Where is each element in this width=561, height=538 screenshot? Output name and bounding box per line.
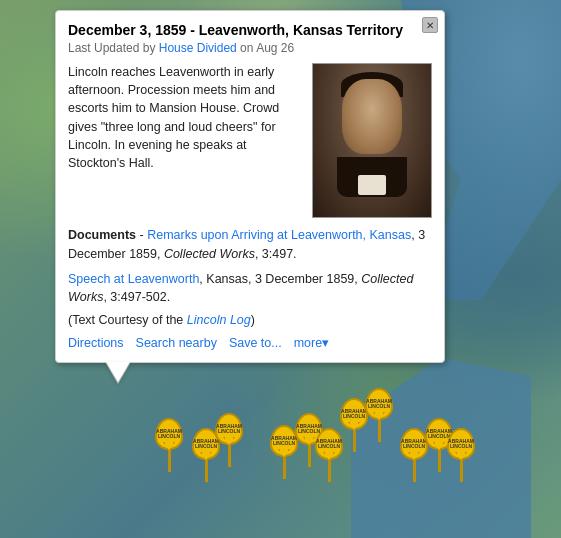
info-popup: ✕ December 3, 1859 - Leavenworth, Kansas… xyxy=(55,10,445,363)
portrait-shirt xyxy=(358,175,386,195)
lincoln-image xyxy=(312,63,432,218)
popup-body-text: Lincoln reaches Leavenworth in early aft… xyxy=(68,63,302,218)
doc2-link[interactable]: Speech at Leavenworth xyxy=(68,272,199,286)
doc1-pages: , 3:497. xyxy=(255,247,297,261)
documents-label: Documents xyxy=(68,228,136,242)
house-divided-link[interactable]: House Divided xyxy=(159,41,237,55)
close-button[interactable]: ✕ xyxy=(422,17,438,33)
popup-title: December 3, 1859 - Leavenworth, Kansas T… xyxy=(68,21,412,39)
doc2-suffix: , Kansas, 3 December 1859, xyxy=(199,272,361,286)
last-updated-suffix: on Aug 26 xyxy=(237,41,294,55)
map-pin-1[interactable]: ABRAHAM LINCOLN xyxy=(155,418,183,472)
doc1-link[interactable]: Remarks upon Arriving at Leavenworth, Ka… xyxy=(147,228,411,242)
lincoln-log-link[interactable]: Lincoln Log xyxy=(187,313,251,327)
doc2-pages: , 3:497-502. xyxy=(103,290,170,304)
popup-tail xyxy=(106,362,130,382)
lincoln-portrait xyxy=(313,64,431,217)
popup-documents: Documents - Remarks upon Arriving at Lea… xyxy=(68,226,432,264)
popup-extra-doc: Speech at Leavenworth, Kansas, 3 Decembe… xyxy=(68,270,432,308)
portrait-face xyxy=(342,79,402,154)
map-pin-3[interactable]: ABRAHAM LINCOLN xyxy=(215,413,243,467)
search-nearby-link[interactable]: Search nearby xyxy=(136,336,217,350)
popup-actions: Directions Search nearby Save to... more… xyxy=(68,335,432,350)
courtesy-prefix: (Text Courtesy of the xyxy=(68,313,187,327)
doc1-work: Collected Works xyxy=(164,247,255,261)
map-pin-11[interactable]: ABRAHAM LINCOLN xyxy=(447,428,475,482)
map-pin-8[interactable]: ABRAHAM LINCOLN xyxy=(365,388,393,442)
last-updated-prefix: Last Updated by xyxy=(68,41,159,55)
map-pin-6[interactable]: ABRAHAM LINCOLN xyxy=(315,428,343,482)
popup-courtesy: (Text Courtesy of the Lincoln Log) xyxy=(68,313,432,327)
documents-dash: - xyxy=(136,228,147,242)
popup-subtitle: Last Updated by House Divided on Aug 26 xyxy=(68,41,432,55)
more-link[interactable]: more▾ xyxy=(294,335,329,350)
save-to-link[interactable]: Save to... xyxy=(229,336,282,350)
directions-link[interactable]: Directions xyxy=(68,336,124,350)
popup-box: ✕ December 3, 1859 - Leavenworth, Kansas… xyxy=(55,10,445,363)
courtesy-suffix: ) xyxy=(251,313,255,327)
popup-content: Lincoln reaches Leavenworth in early aft… xyxy=(68,63,432,218)
